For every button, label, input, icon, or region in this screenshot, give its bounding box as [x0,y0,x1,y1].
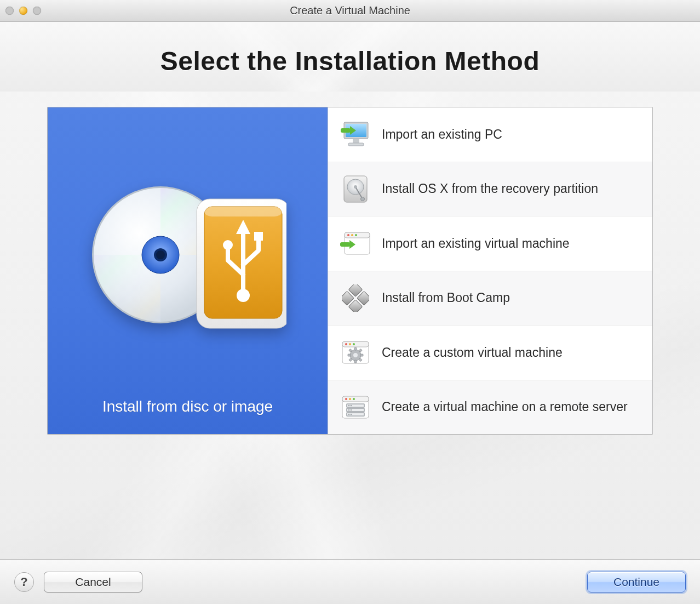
content: Install from disc or image [0,92,700,559]
svg-rect-42 [354,360,357,363]
gear-window-icon [339,336,372,369]
svg-point-38 [353,343,355,345]
svg-rect-17 [341,128,351,133]
svg-point-36 [345,343,347,345]
option-label: Import an existing virtual machine [382,236,570,252]
svg-point-4 [156,250,165,259]
window-title: Create a Virtual Machine [0,4,700,17]
svg-point-52 [349,398,351,400]
svg-point-60 [351,409,352,411]
svg-point-22 [361,197,365,201]
option-list: Import an existing PC [328,107,652,434]
svg-point-26 [351,234,353,236]
svg-rect-44 [360,354,363,356]
import-vm-icon [339,227,372,260]
server-window-icon [339,391,372,424]
svg-point-57 [348,404,350,406]
svg-rect-41 [354,347,357,350]
zoom-window-button[interactable] [33,7,41,15]
svg-point-61 [348,413,350,415]
continue-button[interactable]: Continue [587,572,686,592]
option-import-existing-vm[interactable]: Import an existing virtual machine [328,216,652,271]
svg-point-11 [223,240,233,250]
titlebar: Create a Virtual Machine [0,0,700,22]
option-import-existing-pc[interactable]: Import an existing PC [328,107,652,162]
help-icon: ? [20,575,27,589]
option-install-osx-recovery[interactable]: Install OS X from the recovery partition [328,162,652,217]
option-label: Install from Boot Camp [382,290,510,306]
svg-point-25 [347,234,349,236]
svg-point-27 [355,234,357,236]
svg-rect-12 [254,232,263,241]
option-label: Import an existing PC [382,127,502,143]
svg-point-62 [351,413,352,415]
minimize-window-button[interactable] [19,7,27,15]
svg-rect-16 [348,143,364,146]
header: Select the Installation Method [0,22,700,92]
option-label: Install OS X from the recovery partition [382,181,598,197]
svg-rect-15 [353,139,359,143]
svg-point-59 [348,409,350,411]
option-create-custom-vm[interactable]: Create a custom virtual machine [328,326,652,380]
selected-option-label: Install from disc or image [102,398,273,415]
svg-point-53 [353,398,355,400]
svg-point-37 [349,343,351,345]
option-label: Create a custom virtual machine [382,345,563,361]
options-panel: Install from disc or image [47,107,653,435]
selected-option-illustration [48,107,328,385]
cancel-button-label: Cancel [75,575,111,589]
selected-option[interactable]: Install from disc or image [48,107,328,434]
option-label: Create a virtual machine on a remote ser… [382,399,628,415]
window-controls [5,7,41,15]
svg-rect-43 [348,354,351,356]
svg-point-58 [351,404,352,406]
svg-point-51 [345,398,347,400]
help-button[interactable]: ? [14,572,34,592]
option-install-bootcamp[interactable]: Install from Boot Camp [328,271,652,326]
svg-rect-7 [204,207,282,216]
svg-point-40 [353,353,358,357]
svg-rect-28 [340,242,350,247]
close-window-button[interactable] [5,7,14,15]
page-title: Select the Installation Method [0,46,700,76]
import-pc-icon [339,118,372,151]
hard-drive-icon [339,173,372,206]
cancel-button[interactable]: Cancel [44,572,142,592]
option-create-remote-vm[interactable]: Create a virtual machine on a remote ser… [328,380,652,435]
bootcamp-icon [339,282,372,315]
footer: ? Cancel Continue [0,559,700,604]
continue-button-label: Continue [613,575,659,589]
disc-usb-icon [89,173,286,339]
svg-point-10 [237,289,250,302]
